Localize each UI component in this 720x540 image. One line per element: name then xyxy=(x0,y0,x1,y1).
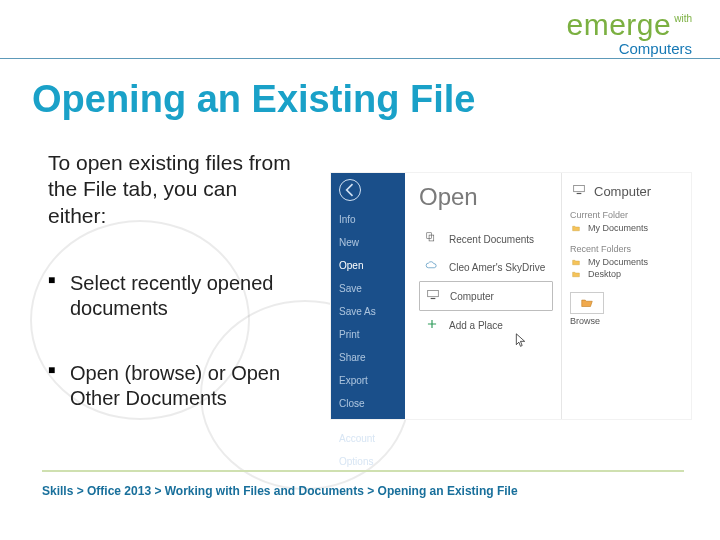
folder-name: Desktop xyxy=(588,269,621,279)
right-heading-label: Computer xyxy=(594,184,651,199)
folder-icon xyxy=(570,270,582,279)
svg-rect-4 xyxy=(574,185,585,191)
brand-word-with: with xyxy=(674,10,692,24)
sidebar-item-options[interactable]: Options xyxy=(339,451,405,472)
brand-word-emerge: emerge xyxy=(566,10,671,40)
sidebar-item-share[interactable]: Share xyxy=(339,347,405,368)
sidebar-item-export[interactable]: Export xyxy=(339,370,405,391)
sidebar-item-close[interactable]: Close xyxy=(339,393,405,414)
recent-folders-label: Recent Folders xyxy=(570,244,681,254)
folder-row[interactable]: Desktop xyxy=(570,268,681,280)
current-folder-label: Current Folder xyxy=(570,210,681,220)
sidebar-item-open[interactable]: Open xyxy=(339,255,405,276)
recent-icon xyxy=(423,231,441,247)
sidebar-item-save-as[interactable]: Save As xyxy=(339,301,405,322)
sidebar-item-info[interactable]: Info xyxy=(339,209,405,230)
open-source-label: Add a Place xyxy=(449,320,503,331)
browse-label: Browse xyxy=(570,316,600,326)
brand-logo: emerge with Computers xyxy=(566,10,692,40)
open-source-label: Recent Documents xyxy=(449,234,534,245)
computer-icon xyxy=(570,183,588,200)
open-source-computer[interactable]: Computer xyxy=(419,281,553,311)
open-middle-column: Open Recent Documents Cleo Amer's SkyDri… xyxy=(405,173,561,419)
computer-icon xyxy=(424,288,442,304)
bullet-item: Select recently opened documents xyxy=(48,271,298,321)
slide: emerge with Computers Opening an Existin… xyxy=(0,0,720,540)
svg-rect-5 xyxy=(577,193,582,194)
sidebar-item-print[interactable]: Print xyxy=(339,324,405,345)
header-rule xyxy=(0,58,720,59)
open-source-add-place[interactable]: Add a Place xyxy=(419,311,553,339)
browse-button-group: Browse xyxy=(570,292,681,326)
sidebar-item-save[interactable]: Save xyxy=(339,278,405,299)
breadcrumb: Skills > Office 2013 > Working with File… xyxy=(42,484,518,498)
open-source-recent[interactable]: Recent Documents xyxy=(419,225,553,253)
open-source-skydrive[interactable]: Cleo Amer's SkyDrive xyxy=(419,253,553,281)
browse-button[interactable] xyxy=(570,292,604,314)
open-right-column: Computer Current Folder My Documents Rec… xyxy=(561,173,691,419)
right-heading: Computer xyxy=(570,183,681,200)
open-heading: Open xyxy=(419,183,553,211)
sidebar-item-new[interactable]: New xyxy=(339,232,405,253)
folder-name: My Documents xyxy=(588,223,648,233)
bullet-item: Open (browse) or Open Other Documents xyxy=(48,361,298,411)
open-source-label: Cleo Amer's SkyDrive xyxy=(449,262,545,273)
folder-row[interactable]: My Documents xyxy=(570,222,681,234)
back-icon[interactable] xyxy=(339,179,361,201)
cloud-icon xyxy=(423,259,441,275)
text-column: To open existing files from the File tab… xyxy=(48,150,298,451)
cursor-icon xyxy=(515,333,526,348)
folder-name: My Documents xyxy=(588,257,648,267)
folder-icon xyxy=(570,258,582,267)
add-icon xyxy=(423,317,441,333)
folder-icon xyxy=(570,224,582,233)
page-title: Opening an Existing File xyxy=(32,78,475,121)
bullet-list: Select recently opened documents Open (b… xyxy=(48,271,298,411)
svg-rect-3 xyxy=(431,298,436,299)
brand-word-computers: Computers xyxy=(619,40,692,57)
office-open-screenshot: Info New Open Save Save As Print Share E… xyxy=(330,172,692,420)
open-folder-icon xyxy=(577,296,597,310)
intro-text: To open existing files from the File tab… xyxy=(48,150,298,229)
sidebar-item-account[interactable]: Account xyxy=(339,428,405,449)
svg-rect-2 xyxy=(428,290,439,296)
open-source-label: Computer xyxy=(450,291,494,302)
footer-rule xyxy=(42,470,684,472)
backstage-sidebar: Info New Open Save Save As Print Share E… xyxy=(331,173,405,419)
folder-row[interactable]: My Documents xyxy=(570,256,681,268)
sidebar-spacer xyxy=(339,416,405,426)
